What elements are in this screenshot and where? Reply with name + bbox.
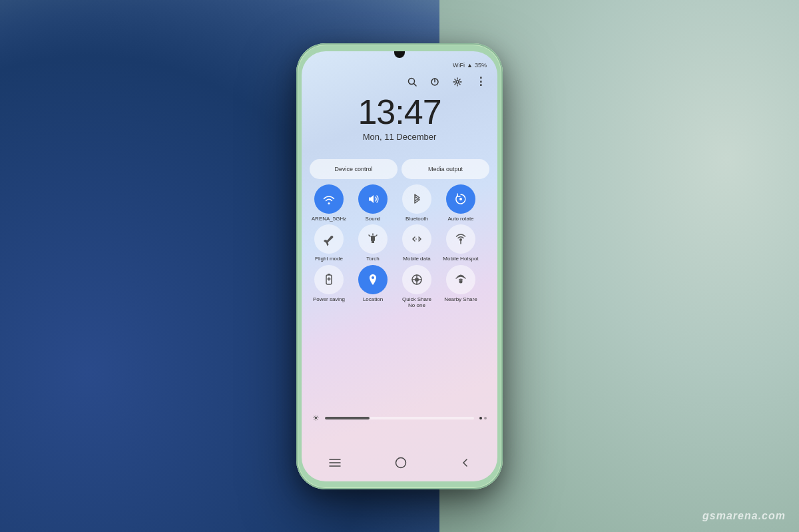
flight-mode-circle xyxy=(314,224,344,254)
location-label: Location xyxy=(363,296,383,303)
back-button[interactable] xyxy=(461,458,470,467)
bluetooth-toggle[interactable]: Bluetooth xyxy=(396,184,437,222)
status-bar: WiFi ▲ 35% xyxy=(302,58,497,73)
device-control-button[interactable]: Device control xyxy=(310,159,398,179)
wifi-status-icon: WiFi xyxy=(453,62,465,69)
recents-button[interactable] xyxy=(329,458,341,467)
toggle-row-2: Flight mode T xyxy=(308,224,491,262)
torch-label: Torch xyxy=(366,256,380,262)
phone-wrapper: WiFi ▲ 35% xyxy=(296,43,503,489)
home-button[interactable] xyxy=(395,457,407,469)
media-output-button[interactable]: Media output xyxy=(401,159,489,179)
power-icon[interactable] xyxy=(428,75,441,89)
wifi-label: ARENA_5GHz xyxy=(312,216,346,222)
status-icons: WiFi ▲ 35% xyxy=(453,62,487,69)
brightness-row: ☀ xyxy=(312,411,487,425)
signal-icon: ▲ xyxy=(467,62,473,69)
svg-line-9 xyxy=(369,235,370,236)
auto-rotate-circle xyxy=(446,184,475,214)
svg-point-18 xyxy=(372,276,374,279)
clock-time: 13:47 xyxy=(302,95,497,129)
svg-rect-15 xyxy=(328,274,330,275)
wifi-circle xyxy=(314,184,344,214)
power-saving-circle xyxy=(314,265,344,294)
mobile-data-circle xyxy=(402,224,431,254)
torch-toggle[interactable]: Torch xyxy=(352,224,394,262)
location-toggle[interactable]: Location xyxy=(352,265,394,309)
auto-rotate-toggle[interactable]: Auto rotate xyxy=(440,184,481,222)
auto-rotate-label: Auto rotate xyxy=(447,216,473,222)
bluetooth-circle xyxy=(402,184,431,214)
phone-frame: WiFi ▲ 35% xyxy=(296,43,503,489)
notch xyxy=(394,51,405,58)
brightness-track[interactable] xyxy=(325,417,474,419)
mobile-hotspot-label: Mobile Hotspot xyxy=(443,256,478,262)
watermark: gsmarena.com xyxy=(702,510,786,522)
top-controls: ⋮ xyxy=(302,75,497,89)
nearby-share-label: Nearby Share xyxy=(444,296,477,303)
bluetooth-label: Bluetooth xyxy=(405,216,428,222)
mobile-hotspot-circle xyxy=(446,224,475,254)
svg-rect-7 xyxy=(372,241,374,243)
svg-line-1 xyxy=(414,83,417,86)
quick-share-toggle[interactable]: Quick ShareNo one xyxy=(396,265,437,309)
flight-mode-label: Flight mode xyxy=(315,256,343,262)
toggle-grid: ARENA_5GHz Sound xyxy=(308,184,491,312)
sound-label: Sound xyxy=(365,216,380,222)
brightness-icon: ☀ xyxy=(312,413,320,423)
svg-point-20 xyxy=(415,278,419,282)
flight-mode-toggle[interactable]: Flight mode xyxy=(308,224,350,262)
quick-share-label: Quick ShareNo one xyxy=(402,296,431,309)
svg-point-5 xyxy=(459,198,462,200)
sound-toggle[interactable]: Sound xyxy=(352,184,394,222)
mobile-hotspot-toggle[interactable]: Mobile Hotspot xyxy=(440,224,481,262)
power-saving-label: Power saving xyxy=(313,296,345,303)
svg-point-4 xyxy=(456,81,459,83)
svg-line-10 xyxy=(376,235,377,236)
location-circle xyxy=(358,265,388,294)
battery-text: 35% xyxy=(475,62,487,69)
nearby-share-circle xyxy=(446,265,475,294)
page-indicator xyxy=(479,417,487,419)
brightness-fill xyxy=(325,417,370,419)
dot-2 xyxy=(484,417,487,419)
settings-icon[interactable] xyxy=(451,75,464,89)
power-saving-toggle[interactable]: Power saving xyxy=(308,265,350,309)
bottom-navigation xyxy=(302,449,497,476)
toggle-row-3: Power saving Location xyxy=(308,265,491,309)
phone-screen: WiFi ▲ 35% xyxy=(302,51,497,481)
dot-1 xyxy=(479,417,482,419)
nearby-share-toggle[interactable]: Nearby Share xyxy=(440,265,481,309)
wifi-toggle[interactable]: ARENA_5GHz xyxy=(308,184,350,222)
torch-circle xyxy=(358,224,388,254)
mobile-data-toggle[interactable]: Mobile data xyxy=(396,224,437,262)
clock-area: 13:47 Mon, 11 December xyxy=(302,95,497,142)
search-icon[interactable] xyxy=(405,75,419,89)
svg-point-21 xyxy=(459,280,463,283)
sound-circle xyxy=(358,184,388,214)
svg-rect-6 xyxy=(371,236,375,241)
quick-buttons-row: Device control Media output xyxy=(310,159,489,179)
mobile-data-label: Mobile data xyxy=(403,256,430,262)
svg-point-25 xyxy=(396,457,405,467)
more-icon[interactable]: ⋮ xyxy=(473,75,487,89)
toggle-row-1: ARENA_5GHz Sound xyxy=(308,184,491,222)
quick-share-circle xyxy=(402,265,431,294)
clock-date: Mon, 11 December xyxy=(302,132,497,142)
